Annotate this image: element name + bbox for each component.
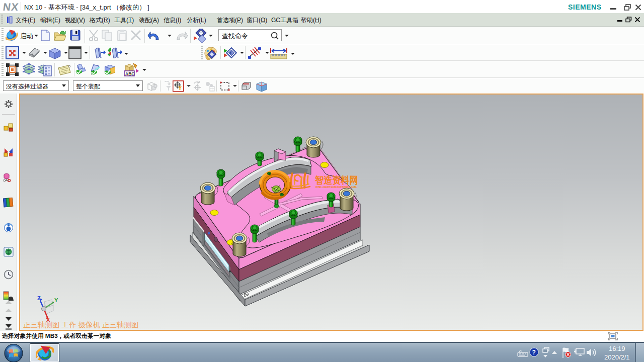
svg-text:Z: Z — [37, 295, 41, 301]
svg-text:?: ? — [532, 349, 536, 356]
svg-text:INTELLIGENT MANUFACTURING DATA: INTELLIGENT MANUFACTURING DATA — [315, 186, 357, 189]
svg-text:ABC: ABC — [125, 71, 134, 76]
svg-text:智造资料网: 智造资料网 — [314, 174, 358, 185]
svg-text:Y: Y — [54, 297, 58, 303]
